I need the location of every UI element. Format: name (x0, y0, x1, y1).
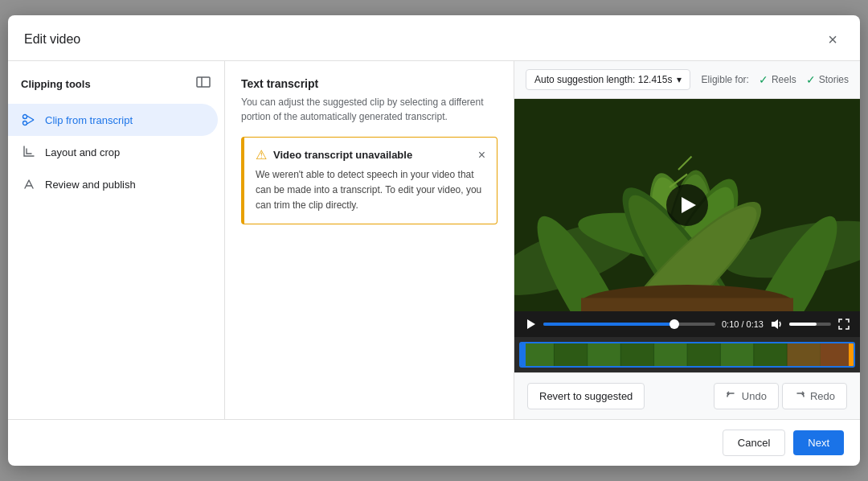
text-transcript-title: Text transcript (241, 77, 497, 90)
undo-redo-group: Undo Redo (714, 383, 847, 409)
fullscreen-button[interactable] (837, 318, 850, 331)
sidebar-item-label: Review and publish (45, 179, 136, 191)
svg-rect-33 (620, 343, 653, 366)
revert-to-suggested-button[interactable]: Revert to suggested (527, 383, 645, 409)
video-container (514, 99, 860, 311)
volume-bar[interactable] (789, 323, 831, 326)
cancel-button[interactable]: Cancel (723, 430, 785, 456)
undo-label: Undo (742, 390, 767, 402)
timeline-thumbnail (521, 343, 854, 366)
eligible-reels: ✓ Reels (759, 73, 796, 86)
play-pause-button[interactable] (524, 318, 537, 331)
timeline-handle-right[interactable] (849, 343, 854, 366)
publish-icon (21, 176, 37, 192)
progress-fill (543, 323, 674, 326)
text-transcript-subtitle: You can adjust the suggested clip by sel… (241, 95, 497, 124)
svg-line-5 (27, 120, 35, 124)
svg-point-3 (23, 121, 27, 125)
volume-button[interactable] (770, 318, 783, 331)
sidebar-item-label: Layout and crop (45, 146, 120, 158)
svg-rect-32 (588, 343, 620, 366)
right-bottom-actions: Revert to suggested Undo (514, 372, 860, 419)
timeline-handle-left[interactable] (521, 343, 526, 366)
play-button[interactable] (666, 184, 708, 226)
eligible-stories: ✓ Stories (806, 73, 849, 86)
edit-video-modal: Edit video × Clipping tools (8, 15, 860, 466)
sidebar-item-layout-and-crop[interactable]: Layout and crop (8, 136, 218, 168)
clipping-tools-icon (195, 74, 211, 94)
middle-panel: Text transcript You can adjust the sugge… (225, 61, 514, 419)
timeline-strip (514, 337, 860, 372)
modal-body: Clipping tools (8, 61, 860, 419)
redo-label: Redo (810, 390, 835, 402)
sidebar-title: Clipping tools (8, 74, 224, 104)
svg-rect-34 (654, 343, 687, 366)
chevron-down-icon: ▾ (677, 74, 682, 85)
svg-rect-0 (197, 77, 210, 87)
svg-rect-37 (754, 343, 787, 366)
video-controls: 0:10 / 0:13 (514, 311, 860, 337)
warning-close-button[interactable]: × (478, 149, 485, 162)
svg-rect-30 (521, 343, 554, 366)
svg-line-4 (27, 116, 35, 120)
warning-title: Video transcript unavailable (273, 149, 412, 161)
auto-suggestion-dropdown[interactable]: Auto suggestion length: 12.415s ▾ (526, 69, 690, 90)
svg-rect-35 (687, 343, 720, 366)
modal-header: Edit video × (8, 15, 860, 61)
modal-footer: Cancel Next (8, 419, 860, 466)
warning-header: ⚠ Video transcript unavailable × (256, 147, 485, 162)
svg-rect-26 (581, 298, 793, 312)
svg-point-2 (23, 115, 27, 119)
redo-button[interactable]: Redo (782, 383, 847, 409)
svg-marker-28 (772, 319, 778, 329)
svg-rect-36 (720, 343, 753, 366)
sidebar: Clipping tools (8, 61, 225, 419)
crop-icon (21, 144, 37, 160)
eligible-section: Eligible for: ✓ Reels ✓ Stories (702, 73, 849, 86)
reels-check-icon: ✓ (759, 73, 768, 86)
warning-text: We weren't able to detect speech in your… (256, 167, 485, 214)
volume-fill (789, 323, 817, 326)
undo-button[interactable]: Undo (714, 383, 779, 409)
progress-thumb (669, 319, 679, 329)
modal-overlay: Edit video × Clipping tools (0, 0, 868, 481)
close-button[interactable]: × (821, 28, 844, 51)
eligible-label: Eligible for: (702, 74, 749, 85)
right-panel: Auto suggestion length: 12.415s ▾ Eligib… (514, 61, 860, 419)
sidebar-item-clip-from-transcript[interactable]: Clip from transcript (8, 104, 218, 136)
stories-label: Stories (819, 74, 849, 85)
time-display: 0:10 / 0:13 (722, 319, 764, 329)
sidebar-item-review-and-publish[interactable]: Review and publish (8, 168, 218, 200)
sidebar-item-label: Clip from transcript (45, 114, 133, 126)
svg-rect-31 (554, 343, 587, 366)
reels-label: Reels (772, 74, 796, 85)
right-top-bar: Auto suggestion length: 12.415s ▾ Eligib… (514, 61, 860, 99)
scissors-icon (21, 112, 37, 128)
timeline-inner[interactable] (519, 342, 855, 368)
warning-box: ⚠ Video transcript unavailable × We were… (241, 137, 497, 224)
progress-bar[interactable] (543, 323, 715, 326)
modal-title: Edit video (24, 32, 80, 47)
next-button[interactable]: Next (793, 430, 844, 455)
svg-marker-27 (527, 319, 535, 329)
warning-triangle-icon: ⚠ (256, 147, 267, 162)
suggestion-label: Auto suggestion length: 12.415s (534, 74, 672, 85)
stories-check-icon: ✓ (806, 73, 816, 86)
svg-rect-38 (787, 343, 820, 366)
